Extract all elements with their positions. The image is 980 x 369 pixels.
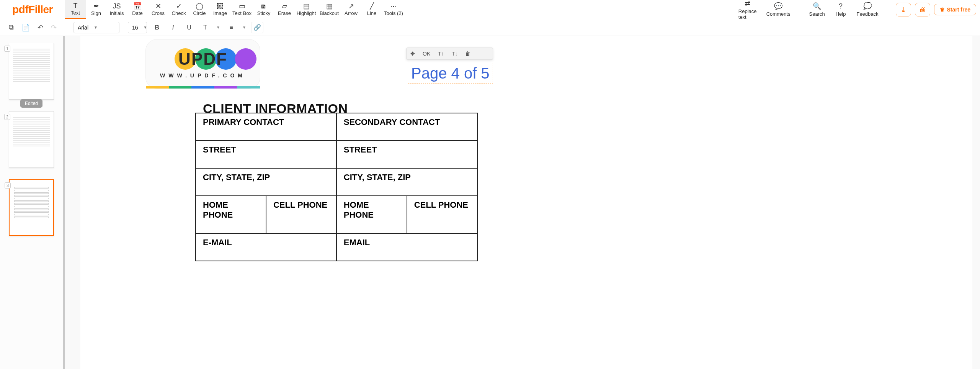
cell-secondary-contact[interactable]: SECONDARY CONTACT: [336, 113, 477, 141]
tool-arrow[interactable]: ↗Arrow: [341, 0, 361, 19]
tool-label: Arrow: [345, 10, 358, 16]
thumb-preview: [13, 117, 50, 162]
logo-dot-purple: [235, 48, 256, 70]
thumbnail-page-1[interactable]: 1 Edited: [9, 43, 54, 100]
page-number: 3: [5, 182, 11, 189]
page-number: 1: [4, 46, 10, 52]
tool-sign[interactable]: ✒Sign: [86, 0, 106, 19]
cell-city-2[interactable]: CITY, STATE, ZIP: [336, 168, 477, 196]
thumbnail-page-2[interactable]: 2: [9, 111, 54, 168]
more-icon: ⋯: [390, 3, 397, 10]
crown-icon: ♛: [940, 7, 945, 13]
underline-button[interactable]: U: [183, 22, 195, 33]
main-toolbar: pdfFiller TText ✒Sign JSInitials 📅Date ✕…: [0, 0, 980, 19]
tool-textbox[interactable]: ▭Text Box: [230, 0, 253, 19]
bold-button[interactable]: B: [151, 22, 163, 33]
updf-url: WWW.UPDF.COM: [160, 72, 246, 79]
trash-icon: 🗑: [465, 51, 470, 57]
help-button[interactable]: ?Help: [830, 2, 851, 17]
tool-cross[interactable]: ✕Cross: [148, 0, 168, 19]
cell-home-phone-1[interactable]: HOME PHONE: [196, 196, 266, 233]
image-icon: 🖼: [217, 3, 224, 10]
tool-line[interactable]: ╱Line: [361, 0, 382, 19]
table-row: CITY, STATE, ZIP CITY, STATE, ZIP: [196, 168, 477, 196]
date-icon: 📅: [133, 3, 142, 10]
tool-text[interactable]: TText: [65, 0, 86, 19]
label: Search: [809, 11, 825, 17]
page-settings-icon[interactable]: 📄: [21, 23, 30, 32]
feedback-icon: 💭: [863, 2, 872, 10]
tool-date[interactable]: 📅Date: [127, 0, 148, 19]
decrease-font-button[interactable]: T↓: [448, 48, 462, 59]
thumbnail-sidebar: 1 Edited 2 3: [0, 36, 65, 369]
print-button[interactable]: 🖨: [915, 3, 930, 16]
link-button[interactable]: 🔗: [251, 22, 263, 33]
drag-handle[interactable]: ✥: [407, 48, 419, 59]
tool-more[interactable]: ⋯Tools (2): [382, 0, 405, 19]
highlight-icon: ▤: [303, 3, 310, 10]
tool-erase[interactable]: ▱Erase: [274, 0, 295, 19]
tool-label: Sticky: [257, 10, 271, 16]
replace-icon: ⇄: [745, 0, 750, 8]
tool-label: Highlight: [297, 10, 316, 16]
cell-cell-phone-1[interactable]: CELL PHONE: [266, 196, 336, 233]
help-icon: ?: [839, 2, 843, 10]
cell-cell-phone-2[interactable]: CELL PHONE: [407, 196, 477, 233]
font-color-caret[interactable]: ▼: [215, 22, 221, 33]
tool-image[interactable]: 🖼Image: [210, 0, 230, 19]
cell-primary-contact[interactable]: PRIMARY CONTACT: [196, 113, 336, 141]
label: Replace text: [738, 8, 757, 20]
cross-icon: ✕: [155, 3, 161, 10]
editable-text-field[interactable]: Page 4 of 5: [408, 63, 493, 84]
cell-email-2[interactable]: EMAIL: [336, 233, 477, 261]
tool-sticky[interactable]: 🗈Sticky: [253, 0, 274, 19]
updf-logo-card: UPDF WWW.UPDF.COM: [145, 39, 260, 89]
comments-button[interactable]: 💬Comments: [761, 2, 796, 17]
tool-label: Cross: [152, 10, 165, 16]
font-size-select[interactable]: 16 ▼: [128, 22, 147, 33]
start-free-button[interactable]: ♛Start free: [934, 4, 976, 15]
pages-icon[interactable]: ⧉: [9, 23, 14, 31]
cell-street-1[interactable]: STREET: [196, 141, 336, 168]
check-icon: ✓: [176, 3, 182, 10]
font-select[interactable]: Arial ▼: [74, 22, 119, 33]
page-number: 2: [4, 114, 10, 120]
cell-city-1[interactable]: CITY, STATE, ZIP: [196, 168, 336, 196]
tool-highlight[interactable]: ▤Highlight: [295, 0, 318, 19]
undo-button[interactable]: ↶: [38, 23, 43, 32]
cell-email-1[interactable]: E-MAIL: [196, 233, 336, 261]
font-size-value: 16: [132, 25, 138, 31]
increase-font-button[interactable]: T↑: [434, 48, 448, 59]
sign-icon: ✒: [93, 3, 99, 10]
cell-home-phone-2[interactable]: HOME PHONE: [336, 196, 407, 233]
table-row: E-MAIL EMAIL: [196, 233, 477, 261]
tool-initials[interactable]: JSInitials: [106, 0, 127, 19]
download-button[interactable]: ⤓: [896, 3, 911, 16]
canvas[interactable]: UPDF WWW.UPDF.COM ✥ OK T↑ T↓ 🗑 Page 4 of…: [65, 36, 980, 369]
ok-button[interactable]: OK: [419, 48, 434, 59]
search-button[interactable]: 🔍Search: [804, 2, 830, 17]
blackout-icon: ▦: [326, 3, 333, 10]
italic-button[interactable]: I: [167, 22, 179, 33]
delete-button[interactable]: 🗑: [461, 48, 474, 59]
cell-street-2[interactable]: STREET: [336, 141, 477, 168]
print-icon: 🖨: [919, 5, 926, 13]
chevron-down-icon: ▼: [94, 25, 98, 30]
label: Start free: [947, 7, 970, 13]
align-caret[interactable]: ▼: [241, 22, 247, 33]
arrow-icon: ↗: [348, 3, 354, 10]
font-color-button[interactable]: T: [199, 22, 211, 33]
tool-check[interactable]: ✓Check: [168, 0, 189, 19]
tool-blackout[interactable]: ▦Blackout: [318, 0, 341, 19]
right-toolbar: ⇄Replace text 💬Comments 🔍Search ?Help 💭F…: [726, 0, 980, 19]
feedback-button[interactable]: 💭Feedback: [851, 2, 884, 17]
drag-icon: ✥: [410, 51, 415, 57]
circle-icon: ◯: [196, 3, 203, 10]
align-button[interactable]: ≡: [225, 22, 237, 33]
redo-button[interactable]: ↷: [51, 23, 57, 32]
line-icon: ╱: [370, 3, 374, 10]
text-edit-toolbar: ✥ OK T↑ T↓ 🗑: [406, 48, 493, 60]
thumbnail-page-3[interactable]: 3: [9, 179, 54, 236]
tool-circle[interactable]: ◯Circle: [189, 0, 210, 19]
replace-text-button[interactable]: ⇄Replace text: [734, 0, 761, 20]
